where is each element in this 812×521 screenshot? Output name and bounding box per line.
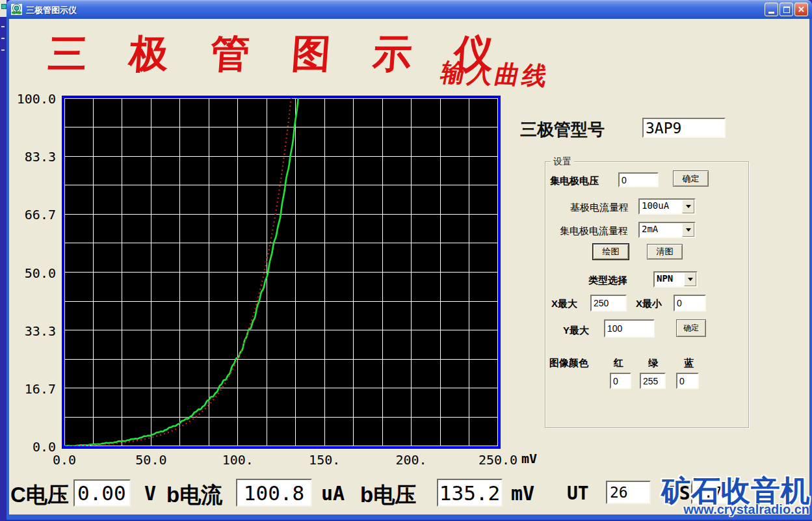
- collector-current-range-dropdown-button[interactable]: [682, 223, 694, 237]
- background-window-edge: [0, 0, 7, 521]
- transistor-model-input[interactable]: [642, 118, 726, 138]
- chevron-down-icon: [686, 205, 691, 208]
- ut-value[interactable]: 26: [606, 481, 651, 504]
- curve-plot: [62, 96, 501, 449]
- x-axis-unit: mV: [521, 451, 537, 466]
- chevron-down-icon: [688, 278, 693, 281]
- y-tick: 16.7: [9, 381, 56, 397]
- b-voltage-label: b电压: [360, 481, 416, 510]
- red-value-input[interactable]: [610, 373, 631, 389]
- x-tick: 200.: [386, 452, 438, 468]
- background-app-icon: [1, 4, 7, 9]
- y-max-label: Y最大: [563, 325, 589, 337]
- type-select-value: NPN: [657, 273, 673, 284]
- window-client-area: 三 极 管 图 示 仪 输入曲线 100.083.366.750.033.316…: [9, 19, 809, 514]
- titlebar[interactable]: 三极管图示仪 ✕: [7, 0, 812, 19]
- clear-button[interactable]: 清图: [647, 244, 683, 260]
- x-min-input[interactable]: [674, 295, 706, 312]
- red-label: 红: [614, 357, 623, 369]
- background-text-fragment: [1, 49, 5, 51]
- base-current-range-label: 基极电流量程: [570, 202, 629, 214]
- maximize-button[interactable]: [779, 3, 793, 16]
- y-max-input[interactable]: [604, 319, 655, 338]
- base-current-range-select[interactable]: 100uA: [638, 198, 696, 215]
- transistor-model-label: 三极管型号: [520, 118, 605, 141]
- blue-label: 蓝: [684, 357, 694, 369]
- background-text-fragment: [1, 38, 5, 39]
- collector-voltage-input[interactable]: [618, 172, 659, 187]
- collector-voltage-label: 集电极电压: [550, 175, 599, 187]
- curve-plot-canvas: [64, 98, 498, 446]
- c-voltage-unit: V: [144, 482, 156, 505]
- type-select-label: 类型选择: [588, 274, 627, 287]
- y-max-confirm-button[interactable]: 确定: [676, 319, 706, 337]
- settings-groupbox: 设置 集电极电压 确定 基极电流量程 100uA 集电极电流量程 2mA 绘图 …: [545, 161, 749, 428]
- y-tick: 83.3: [9, 149, 56, 165]
- ut-label: UT: [567, 483, 589, 504]
- y-tick: 50.0: [9, 265, 56, 281]
- b-current-unit: uA: [321, 482, 345, 505]
- b-voltage-value[interactable]: 135.2: [437, 479, 503, 507]
- maximize-icon: [783, 7, 790, 13]
- background-window-corner: [0, 0, 7, 17]
- c-voltage-label: C电压: [10, 481, 69, 510]
- collector-current-range-value: 2mA: [642, 224, 658, 234]
- x-min-label: X最小: [636, 298, 662, 310]
- draw-button[interactable]: 绘图: [593, 244, 629, 260]
- close-button[interactable]: ✕: [794, 3, 808, 16]
- y-tick: 33.3: [9, 323, 56, 339]
- chevron-down-icon: [686, 228, 691, 232]
- x-tick: 150.: [298, 452, 350, 468]
- x-tick: 0.0: [38, 452, 90, 468]
- y-tick: 100.0: [9, 91, 56, 107]
- flower-app-icon: [11, 4, 22, 15]
- green-value-input[interactable]: [640, 373, 666, 389]
- page-title: 三 极 管 图 示 仪: [46, 28, 509, 81]
- collector-current-range-label: 集电极电流量程: [560, 225, 628, 237]
- window-title: 三极管图示仪: [26, 5, 77, 16]
- x-max-input[interactable]: [590, 295, 627, 312]
- base-current-range-value: 100uA: [642, 200, 669, 211]
- x-tick: 100.: [212, 452, 264, 468]
- minimize-icon: [768, 12, 774, 14]
- green-label: 绿: [648, 357, 658, 369]
- watermark-site-url: www.crystalradio.cn: [683, 502, 809, 517]
- minimize-button[interactable]: [765, 3, 778, 16]
- blue-value-input[interactable]: [676, 373, 699, 389]
- page-subtitle: 输入曲线: [438, 56, 553, 93]
- b-voltage-unit: mV: [511, 482, 534, 505]
- curve-color-label: 图像颜色: [549, 357, 588, 369]
- close-icon: ✕: [798, 5, 805, 14]
- x-tick: 250.0: [472, 452, 524, 468]
- desktop-screen: 三极管图示仪 ✕ 三 极 管 图 示 仪 输入曲线 100.083.366.75…: [0, 0, 812, 521]
- type-select-dropdown-button[interactable]: [684, 273, 696, 286]
- x-max-label: X最大: [551, 298, 577, 310]
- b-current-label: b电流: [166, 481, 222, 510]
- x-tick: 50.0: [125, 452, 177, 468]
- y-tick: 66.7: [9, 207, 56, 222]
- c-voltage-value[interactable]: 0.00: [73, 479, 131, 507]
- collector-voltage-confirm-button[interactable]: 确定: [673, 170, 709, 187]
- base-current-range-dropdown-button[interactable]: [682, 200, 694, 213]
- settings-legend: 设置: [551, 156, 574, 168]
- background-text-fragment: [1, 26, 5, 27]
- type-select[interactable]: NPN: [653, 271, 698, 287]
- b-current-value[interactable]: 100.8: [236, 479, 312, 507]
- app-window: 三极管图示仪 ✕ 三 极 管 图 示 仪 输入曲线 100.083.366.75…: [7, 0, 812, 520]
- collector-current-range-select[interactable]: 2mA: [638, 222, 696, 238]
